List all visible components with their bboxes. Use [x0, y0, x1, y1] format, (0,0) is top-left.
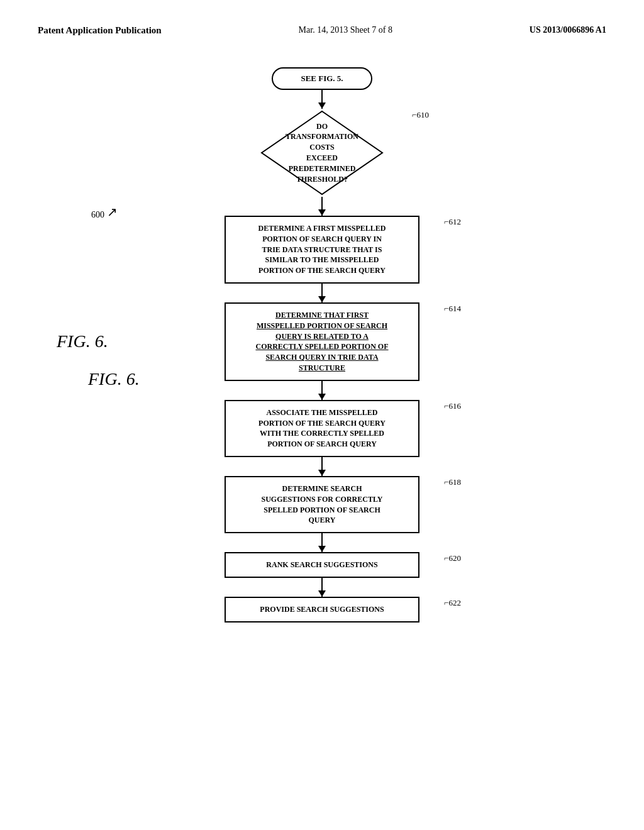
node-616-box: ASSOCIATE THE MISSPELLEDPORTION OF THE S…	[225, 400, 419, 457]
node-610-text: DOTRANSFORMATION COSTSEXCEED PREDETERMIN…	[281, 121, 363, 185]
arrow-2	[321, 197, 323, 216]
node-616-row: ASSOCIATE THE MISSPELLEDPORTION OF THE S…	[225, 400, 419, 457]
ref-618: ⌐618	[444, 477, 461, 487]
node-622-box: PROVIDE SEARCH SUGGESTIONS	[225, 597, 419, 622]
node-610-diamond: DOTRANSFORMATION COSTSEXCEED PREDETERMIN…	[259, 109, 385, 197]
header-center: Mar. 14, 2013 Sheet 7 of 8	[299, 25, 392, 35]
arrow-5	[321, 457, 323, 476]
ref-610: ⌐610	[412, 110, 429, 120]
node-614-box: DETERMINE THAT FIRST MISSPELLED PORTION …	[225, 302, 419, 381]
fig-6-label: FIG. 6.	[88, 369, 140, 389]
start-node-row: SEE FIG. 5.	[272, 67, 372, 90]
figure-label: FIG. 6.	[57, 331, 108, 351]
node-610-row: DOTRANSFORMATION COSTSEXCEED PREDETERMIN…	[259, 109, 385, 197]
ref-614: ⌐614	[444, 304, 461, 314]
node-620-row: RANK SEARCH SUGGESTIONS ⌐620	[225, 552, 419, 578]
node-618-box: DETERMINE SEARCHSUGGESTIONS FOR CORRECTL…	[225, 476, 419, 533]
node-612-box: DETERMINE A FIRST MISSPELLEDPORTION OF S…	[225, 216, 419, 284]
ref-616: ⌐616	[444, 401, 461, 411]
header-right: US 2013/0066896 A1	[530, 25, 606, 35]
start-node: SEE FIG. 5.	[272, 67, 372, 90]
flowchart-diagram: FIG. 6. 600 ↗ SEE FIG. 5. DOTRANSFORMATI…	[38, 61, 606, 622]
arrow-1	[321, 90, 323, 109]
ref-600: 600 ↗	[91, 206, 118, 221]
ref-620: ⌐620	[444, 553, 461, 563]
node-618-row: DETERMINE SEARCHSUGGESTIONS FOR CORRECTL…	[225, 476, 419, 533]
ref-612: ⌐612	[444, 217, 461, 227]
page-header: Patent Application Publication Mar. 14, …	[38, 25, 606, 36]
arrow-3	[321, 284, 323, 302]
node-620-box: RANK SEARCH SUGGESTIONS	[225, 552, 419, 578]
node-612-row: DETERMINE A FIRST MISSPELLEDPORTION OF S…	[225, 216, 419, 284]
ref-622: ⌐622	[444, 598, 461, 608]
header-left: Patent Application Publication	[38, 25, 162, 36]
arrow-6	[321, 533, 323, 552]
node-614-row: DETERMINE THAT FIRST MISSPELLED PORTION …	[225, 302, 419, 381]
node-622-row: PROVIDE SEARCH SUGGESTIONS ⌐622	[225, 597, 419, 622]
arrow-7	[321, 578, 323, 597]
arrow-4	[321, 381, 323, 400]
